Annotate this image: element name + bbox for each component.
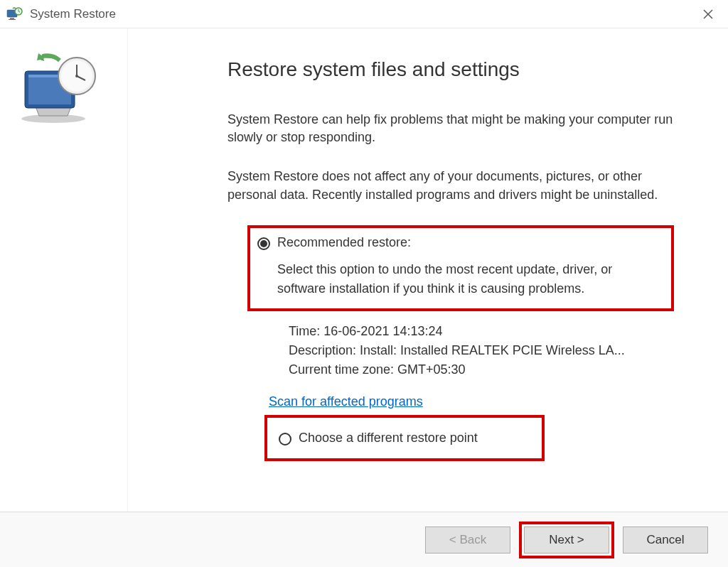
- recommended-restore-option[interactable]: Recommended restore:: [257, 235, 664, 250]
- recommended-highlight: Recommended restore: Select this option …: [247, 225, 674, 311]
- recommended-description: Select this option to undo the most rece…: [277, 260, 664, 298]
- intro-paragraph-1: System Restore can help fix problems tha…: [228, 111, 685, 146]
- next-button-highlight: Next >: [519, 522, 614, 558]
- recommended-label: Recommended restore:: [277, 235, 411, 250]
- scan-affected-link[interactable]: Scan for affected programs: [269, 394, 423, 409]
- system-restore-icon: [6, 6, 23, 23]
- restore-time: Time: 16-06-2021 14:13:24: [289, 324, 685, 339]
- options-block: Recommended restore: Select this option …: [247, 225, 685, 461]
- radio-unselected-icon: [279, 433, 291, 446]
- restore-details: Time: 16-06-2021 14:13:24 Description: I…: [289, 324, 685, 377]
- close-button[interactable]: [694, 0, 722, 28]
- back-button: < Back: [425, 526, 510, 554]
- next-button[interactable]: Next >: [524, 526, 609, 554]
- titlebar: System Restore: [0, 0, 728, 28]
- svg-rect-2: [9, 19, 16, 20]
- window-title: System Restore: [30, 7, 694, 21]
- different-restore-highlight: Choose a different restore point: [264, 415, 545, 461]
- different-restore-label: Choose a different restore point: [299, 431, 478, 446]
- left-pane: [0, 28, 128, 512]
- restore-timezone: Current time zone: GMT+05:30: [289, 362, 685, 377]
- close-icon: [703, 9, 713, 19]
- page-heading: Restore system files and settings: [228, 58, 685, 81]
- restore-big-icon: [14, 53, 100, 124]
- system-restore-window: System Restore: [0, 0, 728, 567]
- svg-point-14: [75, 75, 78, 77]
- intro-paragraph-2: System Restore does not affect any of yo…: [228, 168, 685, 203]
- content-area: Restore system files and settings System…: [0, 28, 728, 512]
- right-pane: Restore system files and settings System…: [128, 28, 728, 512]
- cancel-button[interactable]: Cancel: [623, 526, 708, 554]
- svg-rect-1: [10, 18, 14, 19]
- restore-description: Description: Install: Installed REALTEK …: [289, 343, 685, 358]
- radio-selected-icon: [257, 237, 270, 250]
- different-restore-option[interactable]: Choose a different restore point: [279, 431, 530, 446]
- button-footer: < Back Next > Cancel: [0, 512, 728, 567]
